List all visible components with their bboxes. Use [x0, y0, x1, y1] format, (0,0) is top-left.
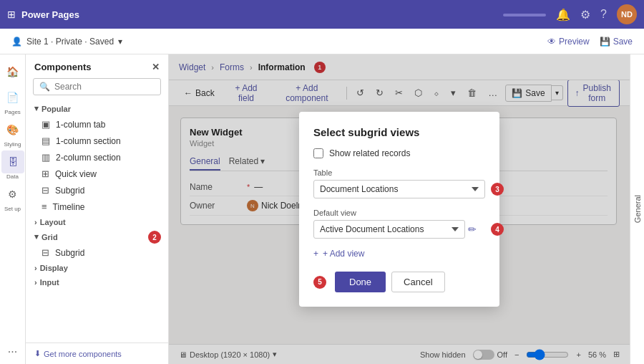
- components-title: Components: [34, 62, 91, 72]
- get-more-label: Get more components: [44, 350, 122, 358]
- search-input[interactable]: [54, 82, 155, 92]
- preview-icon: 👁: [547, 37, 556, 47]
- bell-icon[interactable]: 🔔: [556, 8, 570, 21]
- done-button[interactable]: Done: [335, 272, 386, 292]
- sidebar-item-styling-group: 🎨 Styling: [1, 118, 24, 148]
- timeline-icon: ≡: [42, 201, 47, 212]
- chevron-right-layout-icon: ›: [34, 218, 37, 226]
- top-bar: ⊞ Power Pages 🔔 ⚙ ? ND: [0, 0, 644, 29]
- 1col-section-icon: ▤: [42, 135, 50, 146]
- show-related-label: Show related records: [329, 148, 410, 158]
- help-icon[interactable]: ?: [600, 8, 607, 21]
- category-grid-label: Grid: [42, 233, 58, 241]
- download-icon: ⬇: [34, 349, 41, 358]
- avatar[interactable]: ND: [617, 4, 637, 24]
- modal-actions: 5 Done Cancel: [313, 272, 485, 292]
- component-subgrid-popular[interactable]: ⊟ Subgrid: [26, 182, 168, 198]
- chevron-right-display-icon: ›: [34, 264, 37, 272]
- category-popular[interactable]: ▾ Popular: [26, 101, 168, 116]
- top-bar-right: 🔔 ⚙ ? ND: [503, 4, 637, 24]
- site-person-icon: 👤: [11, 37, 22, 47]
- table-label: Table: [313, 168, 485, 177]
- add-view-label: + Add view: [323, 249, 364, 259]
- component-timeline[interactable]: ≡ Timeline: [26, 198, 168, 215]
- sidebar-pages-label: Pages: [4, 109, 21, 115]
- category-grid[interactable]: ▾ Grid 2: [26, 229, 168, 244]
- category-layout[interactable]: › Layout: [26, 215, 168, 229]
- modal: Select subgrid views Show related record…: [299, 112, 499, 307]
- component-quick-view[interactable]: ⊞ Quick view: [26, 166, 168, 182]
- cancel-button[interactable]: Cancel: [391, 272, 444, 292]
- modal-title: Select subgrid views: [313, 126, 485, 138]
- second-bar: 👤 Site 1 · Private · Saved ▾ 👁 Preview 💾…: [0, 29, 644, 54]
- table-select-row: Document Locations 3: [313, 180, 485, 198]
- sidebar-more[interactable]: ···: [8, 345, 17, 358]
- default-view-select[interactable]: Active Document Locations: [313, 220, 465, 239]
- save-header-button[interactable]: 💾 Save: [600, 37, 633, 47]
- category-display-label: Display: [40, 264, 68, 272]
- components-header: Components ✕: [26, 54, 168, 78]
- site-label: Site 1 · Private · Saved: [26, 37, 114, 47]
- 1col-tab-icon: ▣: [42, 119, 50, 130]
- env-bar: [503, 14, 546, 16]
- save-icon: 💾: [600, 37, 610, 47]
- sidebar-item-home[interactable]: 🏠: [1, 60, 24, 83]
- chevron-down-icon: ▾: [34, 104, 39, 113]
- sidebar-item-setup-group: ⚙ Set up: [1, 183, 24, 212]
- 1col-tab-label: 1-column tab: [56, 120, 105, 130]
- sidebar-item-data[interactable]: 🗄: [1, 150, 24, 173]
- subgrid-grid-label: Subgrid: [55, 248, 84, 258]
- component-1col-section[interactable]: ▤ 1-column section: [26, 133, 168, 149]
- quick-view-label: Quick view: [55, 169, 97, 179]
- environment-block: [503, 12, 546, 16]
- preview-label: Preview: [559, 37, 590, 47]
- table-select[interactable]: Document Locations: [313, 180, 485, 198]
- components-search[interactable]: 🔍: [33, 78, 161, 95]
- right-panel-handle[interactable]: General: [630, 54, 644, 364]
- category-input[interactable]: › Input: [26, 275, 168, 289]
- sidebar-styling-label: Styling: [4, 141, 21, 148]
- chevron-down-grid-icon: ▾: [34, 232, 39, 241]
- category-popular-label: Popular: [42, 105, 71, 113]
- edit-view-button[interactable]: ✏: [468, 224, 477, 235]
- badge-4: 4: [491, 223, 504, 236]
- subgrid-popular-icon: ⊟: [42, 185, 49, 196]
- default-view-label: Default view: [313, 209, 485, 217]
- badge-3: 3: [491, 183, 504, 196]
- component-2col-section[interactable]: ▥ 2-column section: [26, 149, 168, 166]
- modal-container: Select subgrid views Show related record…: [299, 112, 499, 307]
- settings-icon[interactable]: ⚙: [580, 8, 590, 21]
- default-view-select-row: Active Document Locations ✏ 4: [313, 220, 485, 239]
- left-sidebar: 🏠 📄 Pages 🎨 Styling 🗄 Data ⚙ Set up ···: [0, 54, 26, 364]
- grid-icon[interactable]: ⊞: [7, 9, 16, 20]
- sidebar-item-data-group: 🗄 Data: [1, 150, 24, 180]
- sidebar-setup-label: Set up: [4, 206, 21, 212]
- preview-button[interactable]: 👁 Preview: [547, 37, 590, 47]
- category-display[interactable]: › Display: [26, 261, 168, 275]
- get-more-components[interactable]: ⬇ Get more components: [26, 343, 168, 364]
- category-input-label: Input: [40, 278, 59, 287]
- 2col-section-icon: ▥: [42, 152, 50, 163]
- add-view-row[interactable]: + + Add view: [313, 249, 485, 259]
- add-view-plus-icon: +: [313, 249, 318, 259]
- save-header-label: Save: [613, 37, 633, 47]
- top-bar-left: ⊞ Power Pages: [7, 9, 79, 20]
- components-list: ▾ Popular ▣ 1-column tab ▤ 1-column sect…: [26, 101, 168, 343]
- sidebar-data-label: Data: [6, 173, 19, 180]
- sidebar-item-setup[interactable]: ⚙: [1, 183, 24, 206]
- components-panel: Components ✕ 🔍 ▾ Popular ▣ 1-column tab …: [26, 54, 169, 364]
- modal-overlay: Select subgrid views Show related record…: [169, 54, 630, 364]
- show-related-checkbox[interactable]: [313, 148, 323, 158]
- main-layout: 🏠 📄 Pages 🎨 Styling 🗄 Data ⚙ Set up ··· …: [0, 54, 644, 364]
- search-icon: 🔍: [39, 82, 50, 92]
- category-layout-label: Layout: [40, 218, 66, 226]
- component-subgrid-grid[interactable]: ⊟ Subgrid: [26, 244, 168, 261]
- 2col-section-label: 2-column section: [56, 153, 121, 163]
- component-1col-tab[interactable]: ▣ 1-column tab: [26, 116, 168, 133]
- components-close-icon[interactable]: ✕: [152, 62, 160, 72]
- sidebar-item-styling[interactable]: 🎨: [1, 118, 24, 141]
- timeline-label: Timeline: [53, 202, 85, 212]
- site-chevron-icon[interactable]: ▾: [118, 37, 122, 47]
- sidebar-item-pages[interactable]: 📄: [1, 86, 24, 109]
- subgrid-grid-icon: ⊟: [42, 247, 49, 258]
